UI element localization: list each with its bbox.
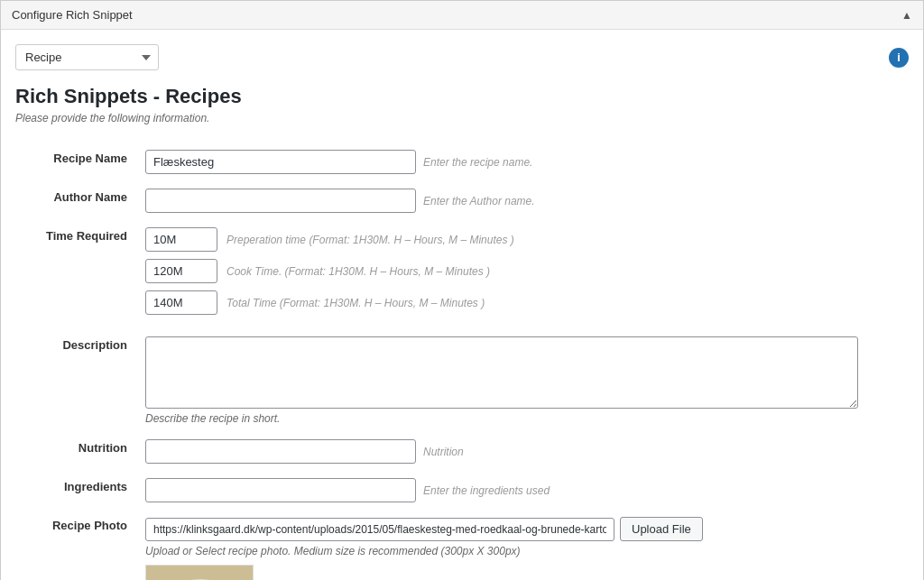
nutrition-hint: Nutrition: [423, 446, 464, 458]
recipe-photo-field-cell: Upload File Upload or Select recipe phot…: [142, 510, 909, 580]
ingredients-label: Ingredients: [15, 471, 142, 510]
total-time-row: Total Time (Format: 1H30M. H – Hours, M …: [145, 290, 905, 315]
prep-time-hint: Preperation time (Format: 1H30M. H – Hou…: [226, 234, 514, 246]
recipe-photo-row: Recipe Photo Upload File Upload or Selec…: [15, 510, 909, 580]
recipe-name-input[interactable]: [145, 150, 416, 174]
configure-rich-snippet-window: Configure Rich Snippet ▲ Recipe Article …: [0, 0, 924, 580]
description-label: Description: [15, 329, 142, 432]
nutrition-label: Nutrition: [15, 432, 142, 471]
nutrition-row: Nutrition Nutrition: [15, 432, 909, 471]
recipe-photo-hint: Upload or Select recipe photo. Medium si…: [145, 545, 905, 557]
collapse-icon[interactable]: ▲: [901, 9, 912, 22]
snippet-type-select[interactable]: Recipe Article Review Event Person Produ…: [15, 44, 159, 70]
prep-time-input[interactable]: [145, 227, 217, 252]
description-textarea[interactable]: [145, 336, 858, 409]
time-required-field-cell: Preperation time (Format: 1H30M. H – Hou…: [142, 220, 909, 329]
author-name-input[interactable]: [145, 189, 416, 213]
cook-time-input[interactable]: [145, 259, 217, 283]
description-field-cell: Describe the recipe in short.: [142, 329, 909, 432]
page-subtitle: Please provide the following information…: [15, 112, 909, 124]
recipe-photo-url-input[interactable]: [145, 518, 614, 541]
dropdown-row: Recipe Article Review Event Person Produ…: [15, 44, 909, 70]
cook-time-hint: Cook Time. (Format: 1H30M. H – Hours, M …: [226, 265, 490, 278]
ingredients-hint: Enter the ingredients used: [423, 484, 550, 497]
description-hint: Describe the recipe in short.: [145, 412, 905, 425]
cook-time-row: Cook Time. (Format: 1H30M. H – Hours, M …: [145, 259, 905, 283]
author-name-row: Author Name Enter the Author name.: [15, 181, 909, 220]
author-name-field-cell: Enter the Author name.: [142, 181, 909, 220]
ingredients-row: Ingredients Enter the ingredients used: [15, 471, 909, 510]
recipe-name-hint: Enter the recipe name.: [423, 156, 532, 169]
time-required-row: Time Required Preperation time (Format: …: [15, 220, 909, 329]
total-time-input[interactable]: [145, 290, 217, 315]
nutrition-input[interactable]: [145, 439, 416, 464]
upload-file-button[interactable]: Upload File: [620, 517, 703, 541]
title-bar: Configure Rich Snippet ▲: [1, 1, 923, 30]
time-required-label: Time Required: [15, 220, 142, 329]
nutrition-field-cell: Nutrition: [142, 432, 909, 471]
total-time-hint: Total Time (Format: 1H30M. H – Hours, M …: [226, 297, 485, 309]
recipe-photo-preview: [145, 565, 254, 580]
prep-time-row: Preperation time (Format: 1H30M. H – Hou…: [145, 227, 905, 252]
page-title: Rich Snippets - Recipes: [15, 85, 909, 108]
recipe-name-label: Recipe Name: [15, 143, 142, 181]
ingredients-field-cell: Enter the ingredients used: [142, 471, 909, 510]
author-name-label: Author Name: [15, 181, 142, 220]
recipe-photo-image: [146, 566, 254, 580]
content-area: Recipe Article Review Event Person Produ…: [1, 30, 923, 580]
recipe-name-field-cell: Enter the recipe name.: [142, 143, 909, 181]
form-table: Recipe Name Enter the recipe name. Autho…: [15, 143, 909, 580]
recipe-photo-label: Recipe Photo: [15, 510, 142, 580]
title-bar-title: Configure Rich Snippet: [12, 8, 133, 22]
ingredients-input[interactable]: [145, 478, 416, 502]
author-name-hint: Enter the Author name.: [423, 195, 535, 207]
photo-url-row: Upload File: [145, 517, 905, 541]
description-row: Description Describe the recipe in short…: [15, 329, 909, 432]
svg-rect-1: [146, 566, 254, 580]
info-icon[interactable]: i: [889, 48, 909, 68]
recipe-name-row: Recipe Name Enter the recipe name.: [15, 143, 909, 181]
